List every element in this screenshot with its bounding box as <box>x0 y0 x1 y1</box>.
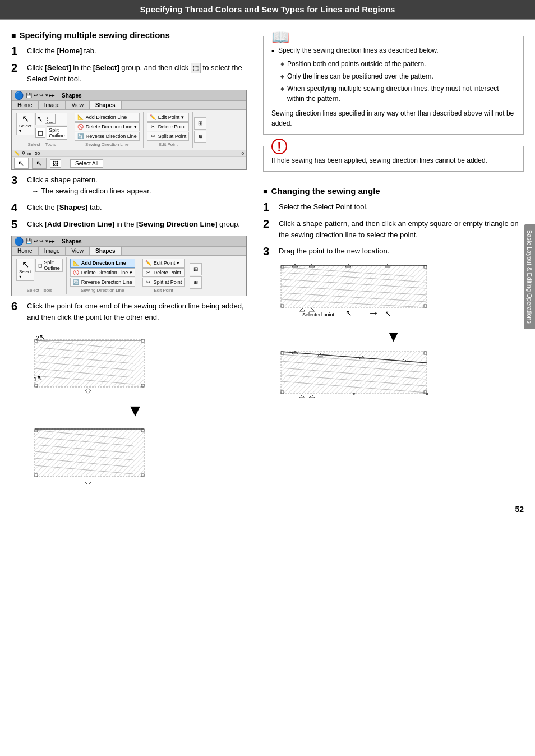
ribbon2-del-pt-btn[interactable]: ✂ Delete Point <box>142 268 185 277</box>
r2-del-lbl: Delete Direction Line ▾ <box>81 270 132 275</box>
ribbon-1: 🔵 💾 ↩ ↪ ▾ ▸▸ Shapes Home Image View Shap… <box>11 90 247 170</box>
note-icon-book: 📖 <box>269 29 292 46</box>
ribbon1-tab-image[interactable]: Image <box>39 101 66 109</box>
ribbon2-side-btn2[interactable]: ≋ <box>190 276 202 289</box>
toolbar-img-icon[interactable]: 🖼 <box>50 159 61 168</box>
svg-marker-65 <box>309 395 315 398</box>
ribbon1-tab-home[interactable]: Home <box>12 101 39 109</box>
ribbon2-qat: 💾 ↩ ↪ ▾ ▸▸ <box>26 238 55 244</box>
ribbon1-app-title: Shapes <box>62 93 82 99</box>
split-pt-icon: ✂ <box>150 133 156 140</box>
ribbon2-split-pt-btn[interactable]: ✂ Split at Point <box>142 278 185 287</box>
ruler-val: m 50 <box>27 151 40 156</box>
ribbon1-tab-shapes[interactable]: Shapes <box>90 101 122 109</box>
ribbon1-del-dir-btn[interactable]: 🚫 Delete Direction Line ▾ <box>75 122 140 131</box>
r2-split-icon: ◻ <box>38 262 42 268</box>
diagram-svg-before: 2 ↖ 1 ↖ <box>24 328 158 401</box>
del-pt-icon: ✂ <box>150 123 156 130</box>
step-6-num: 6 <box>11 301 24 312</box>
step-5-content: Click [Add Direction Line] in the [Sewin… <box>27 219 247 230</box>
warn-icon: ! <box>271 139 287 154</box>
ribbon2-split-btn[interactable]: ◻ SplitOutline <box>35 259 63 272</box>
ribbon2-del-dir-btn[interactable]: 🚫 Delete Direction Line ▾ <box>70 268 135 277</box>
ribbon2-tabs: Home Image View Shapes <box>12 247 246 256</box>
book-icon: 📖 <box>271 29 289 45</box>
r2-edit-icon: ✏️ <box>145 260 152 266</box>
ribbon1-select-label: Select Tools <box>16 141 67 147</box>
svg-marker-64 <box>299 395 305 398</box>
svg-text:↖: ↖ <box>39 333 45 341</box>
selected-pt-lbl-text: Selected point <box>302 312 335 317</box>
step-r1-num: 1 <box>263 201 275 213</box>
toolbar-select-all[interactable]: Select All <box>70 159 103 168</box>
ribbon1-logo: 🔵 <box>14 91 24 100</box>
ribbon1-rev-dir-btn[interactable]: 🔄 Reverse Direction Line <box>75 132 140 141</box>
ribbon2-edit-btns: ✏️ Edit Point ▾ ✂ Delete Point ✂ Split a… <box>142 259 185 287</box>
step-4: 4 Click the [Shapes] tab. <box>11 202 247 213</box>
r2-select-icon: ↖ <box>22 260 29 269</box>
ribbon2-tab-shapes[interactable]: Shapes <box>90 247 122 255</box>
add-dir-icon: 📐 <box>77 114 84 121</box>
step-3: 3 Click a shape pattern. → The sewing di… <box>11 174 247 196</box>
ribbon1-qat: 💾 ↩ ↪ ▾ ▸▸ <box>26 93 55 98</box>
r2-select-lbl: Select▾ <box>19 269 31 279</box>
ribbon2-side-btn1[interactable]: ⊞ <box>190 263 202 275</box>
ribbon1-edit-pt-btn[interactable]: ✏️ Edit Point ▾ <box>147 113 190 122</box>
ribbon1-del-pt-btn[interactable]: ✂ Delete Point <box>147 122 190 131</box>
ribbon2-edit-label: Edit Point <box>142 287 185 293</box>
svg-marker-44 <box>299 308 305 311</box>
ribbon2-edit-section: ✏️ Edit Point ▾ ✂ Delete Point ✂ Split a… <box>140 257 189 294</box>
toolbar-arrow-active[interactable]: ↖ <box>32 158 47 169</box>
ribbon1-select-buttons: ↖ Select▾ ↖ ⬚ ◻ SplitOutline <box>16 113 67 140</box>
ribbon1-toolbar: ↖ ↖ 🖼 Select All <box>12 156 246 169</box>
edit-pt-icon: ✏️ <box>150 114 156 121</box>
del-dir-icon: 🚫 <box>77 123 84 130</box>
ribbon2-tab-home[interactable]: Home <box>12 247 39 255</box>
ribbon1-arrow-btn[interactable]: ↖ ⬚ <box>35 113 67 125</box>
toolbar-arrow[interactable]: ↖ <box>14 158 29 169</box>
svg-rect-70 <box>426 393 428 395</box>
svg-marker-45 <box>309 308 315 311</box>
ribbon1-edit-btns: ✏️ Edit Point ▾ ✂ Delete Point ✂ Split a… <box>147 113 190 141</box>
ribbon2-tab-image[interactable]: Image <box>39 247 66 255</box>
ribbon1-select-section: ↖ Select▾ ↖ ⬚ ◻ SplitOutline <box>14 112 71 148</box>
ribbon1-split-pt-btn[interactable]: ✂ Split at Point <box>147 132 190 141</box>
ribbon2-edit-pt-btn[interactable]: ✏️ Edit Point ▾ <box>142 259 185 268</box>
note-box-1: 📖 Specify the sewing direction lines as … <box>263 36 524 135</box>
ribbon2-select-row: ↖ Select▾ ◻ SplitOutline <box>16 259 63 281</box>
right-column: 📖 Specify the sewing direction lines as … <box>257 30 524 495</box>
ribbon1-add-dir-btn[interactable]: 📐 Add Direction Line <box>75 113 140 122</box>
note1-sub-bullets: Position both end points outside of the … <box>271 59 515 104</box>
note2-text: If hole sewing has been applied, sewing … <box>271 155 515 165</box>
step-5-num: 5 <box>11 219 24 230</box>
split-btn[interactable]: SplitOutline <box>47 126 67 140</box>
svg-point-63 <box>353 393 355 395</box>
ribbon2-tools-inner: ◻ SplitOutline <box>35 259 63 272</box>
ribbon1-tab-view[interactable]: View <box>66 101 90 109</box>
ribbon2-tab-view[interactable]: View <box>66 247 90 255</box>
step-1-num: 1 <box>11 45 24 57</box>
step-4-num: 4 <box>11 202 24 213</box>
ribbon2-add-dir-btn[interactable]: 📐 Add Direction Line <box>70 259 135 268</box>
del-dir-label: Delete Direction Line ▾ <box>86 124 137 130</box>
diagram-down-arrow1: ▼ <box>24 402 247 419</box>
select-point-icon: ⬚ <box>191 63 201 73</box>
ribbon1-side-btn2[interactable]: ≋ <box>194 131 206 143</box>
step-6: 6 Click the point for one end of the sew… <box>11 301 247 322</box>
diagram-right-after <box>275 349 524 405</box>
ribbon2-select-btn[interactable]: ↖ Select▾ <box>16 259 34 281</box>
select-label: Select▾ <box>19 123 31 133</box>
cursor-arrow2: ↖ <box>385 309 391 318</box>
note-box-2: ! If hole sewing has been applied, sewin… <box>263 146 524 172</box>
step-2: 2 Click [Select] in the [Select] group, … <box>11 62 247 84</box>
step-6-content: Click the point for one end of the sewin… <box>27 301 247 322</box>
note1-sub1: Position both end points outside of the … <box>280 59 515 69</box>
ribbon1-select-btn[interactable]: ↖ Select▾ <box>16 113 34 135</box>
spacer1 <box>263 177 524 186</box>
step-5: 5 Click [Add Direction Line] in the [Sew… <box>11 219 247 230</box>
ribbon2-rev-dir-btn[interactable]: 🔄 Reverse Direction Line <box>70 278 135 287</box>
select-arrow-2-icon: ↖ <box>36 114 43 123</box>
split-pt-label: Split at Point <box>158 133 187 139</box>
ribbon1-side-btn1[interactable]: ⊞ <box>194 117 206 130</box>
ribbon1-sewing-label: Sewing Direction Line <box>75 141 140 147</box>
